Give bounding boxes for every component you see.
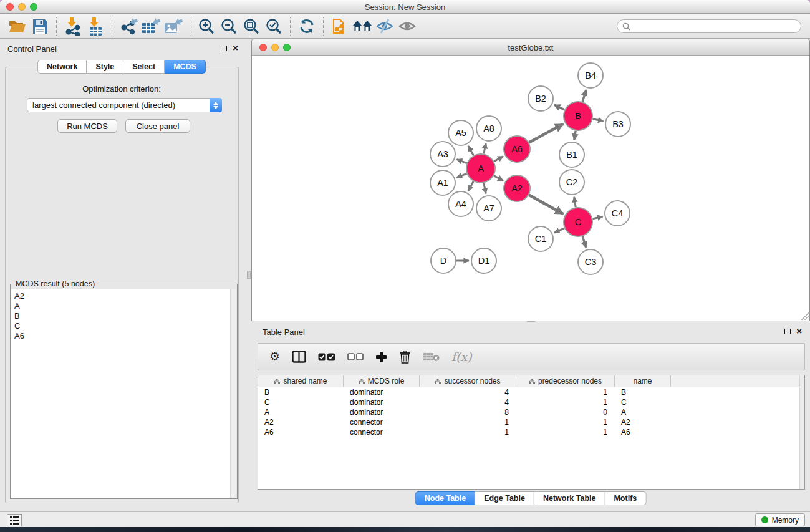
run-mcds-button[interactable]: Run MCDS <box>57 119 117 133</box>
graph-edge-B-B4[interactable] <box>582 90 586 102</box>
zoom-in-button[interactable] <box>195 16 218 36</box>
tab-network-table[interactable]: Network Table <box>534 491 605 505</box>
create-column-button[interactable] <box>375 351 387 363</box>
function-builder-button[interactable]: f(x) <box>451 350 472 364</box>
show-column-button[interactable] <box>292 351 306 363</box>
delete-table-button[interactable] <box>423 352 440 362</box>
mcds-result-list[interactable]: A2ABCA6 <box>11 289 230 498</box>
search-input[interactable] <box>634 22 796 31</box>
graph-edge-A-A4[interactable] <box>468 181 474 191</box>
result-item[interactable]: A2 <box>14 291 230 301</box>
close-table-panel-icon[interactable]: × <box>796 328 802 334</box>
result-item[interactable]: A <box>14 301 230 311</box>
result-item[interactable]: C <box>14 321 230 331</box>
delete-column-button[interactable] <box>399 351 411 364</box>
desktop-strip <box>0 527 810 532</box>
cell-successor-nodes: 4 <box>420 398 516 407</box>
table-row[interactable]: A6connector11A6 <box>258 427 804 437</box>
cell-mcds-role: dominator <box>344 408 420 417</box>
cytoscape-window: Session: New Session <box>0 0 810 527</box>
graph-edge-A-A2[interactable] <box>494 176 503 181</box>
search-field[interactable] <box>617 19 801 33</box>
show-all-button[interactable] <box>396 16 418 36</box>
graph-edge-A-A8[interactable] <box>484 143 486 154</box>
hide-selected-button[interactable] <box>374 16 396 36</box>
graph-edge-B-B3[interactable] <box>593 119 604 121</box>
tab-style[interactable]: Style <box>87 60 123 74</box>
close-panel-button[interactable]: Close panel <box>125 119 190 133</box>
graph-node-label: A6 <box>511 144 523 154</box>
shared-column-icon <box>529 379 535 384</box>
zoom-out-button[interactable] <box>218 16 240 36</box>
graph-node-label: D1 <box>478 256 490 266</box>
zoom-out-icon <box>219 17 238 36</box>
table-settings-button[interactable]: ⚙ <box>269 351 280 363</box>
tab-select[interactable]: Select <box>123 60 165 74</box>
graph-edge-A6-B[interactable] <box>529 124 563 143</box>
tab-edge-table[interactable]: Edge Table <box>475 491 534 505</box>
graph-edge-B-B1[interactable] <box>574 131 576 140</box>
float-panel-icon[interactable] <box>221 46 227 51</box>
graph-edge-C-C2[interactable] <box>574 197 576 208</box>
network-window-titlebar[interactable]: testGlobe.txt <box>252 39 809 56</box>
zoom-selected-button[interactable] <box>263 16 285 36</box>
vertical-splitter-handle[interactable] <box>247 271 251 279</box>
graph-edge-C-C3[interactable] <box>582 236 586 248</box>
refresh-button[interactable] <box>296 16 318 36</box>
deselect-all-button[interactable] <box>347 353 364 360</box>
task-history-button[interactable] <box>7 514 22 526</box>
export-image-button[interactable] <box>162 16 185 36</box>
graph-node-label: B1 <box>566 150 577 160</box>
houses-button[interactable] <box>351 16 374 36</box>
graph-edge-A-A6[interactable] <box>494 157 503 162</box>
graph-edge-A-A5[interactable] <box>468 146 474 155</box>
tab-node-table[interactable]: Node Table <box>415 491 475 505</box>
export-network-button[interactable] <box>117 16 140 36</box>
cell-mcds-role: connector <box>344 428 420 437</box>
graph-edge-A-A1[interactable] <box>456 173 466 177</box>
tab-motifs[interactable]: Motifs <box>605 491 646 505</box>
tab-mcds[interactable]: MCDS <box>165 60 206 74</box>
graph-edge-C-C1[interactable] <box>554 228 564 233</box>
table-row[interactable]: Cdominator41C <box>258 397 804 407</box>
table-row[interactable]: Bdominator41B <box>258 387 804 397</box>
graph-edge-C-C4[interactable] <box>592 216 602 219</box>
graph-edge-B-B2[interactable] <box>554 105 565 110</box>
tab-network[interactable]: Network <box>37 60 87 74</box>
column-header-mcds-role[interactable]: MCDS role <box>344 375 420 387</box>
float-table-panel-icon[interactable] <box>784 329 791 334</box>
column-header-predecessor-nodes[interactable]: predecessor nodes <box>516 375 615 387</box>
open-session-button[interactable] <box>6 16 29 36</box>
table-scrollbar[interactable] <box>799 375 804 489</box>
new-network-from-selection-button[interactable] <box>329 16 351 36</box>
zoom-fit-button[interactable] <box>240 16 263 36</box>
table-row[interactable]: A2connector11A2 <box>258 417 804 427</box>
column-header-name[interactable]: name <box>615 375 671 387</box>
export-table-button[interactable] <box>140 16 162 36</box>
close-panel-icon[interactable]: × <box>233 45 238 51</box>
result-list-scrollbar[interactable] <box>230 289 236 498</box>
import-network-button[interactable] <box>62 16 84 36</box>
column-header-successor-nodes[interactable]: successor nodes <box>420 375 516 387</box>
graph-edge-A2-C[interactable] <box>529 195 563 214</box>
network-canvas[interactable]: B4B2BB3A5A8A6A3AB1A1A2C2A4A7C4CC1DD1C3 <box>252 56 809 321</box>
refresh-icon <box>298 17 316 35</box>
result-item[interactable]: A6 <box>14 331 230 341</box>
table-row[interactable]: Adominator80A <box>258 407 804 417</box>
export-network-icon <box>119 17 138 36</box>
table-toolbar: ⚙ <box>258 343 805 370</box>
import-table-button[interactable] <box>84 16 107 36</box>
save-session-button[interactable] <box>29 16 51 36</box>
cell-name: B <box>615 388 671 397</box>
graph-edge-A-A7[interactable] <box>484 183 486 194</box>
select-all-button[interactable] <box>318 353 335 361</box>
import-table-icon <box>86 17 105 36</box>
result-item[interactable]: B <box>14 311 230 321</box>
memory-button[interactable]: Memory <box>755 513 805 526</box>
column-header-shared-name[interactable]: shared name <box>258 375 344 387</box>
window-resize-grip[interactable] <box>801 312 809 320</box>
unchecked-boxes-icon <box>347 353 364 360</box>
graph-edge-A-A3[interactable] <box>456 159 466 163</box>
criterion-dropdown[interactable]: largest connected component (directed) <box>27 98 222 112</box>
graph-node-label: C3 <box>585 257 597 267</box>
